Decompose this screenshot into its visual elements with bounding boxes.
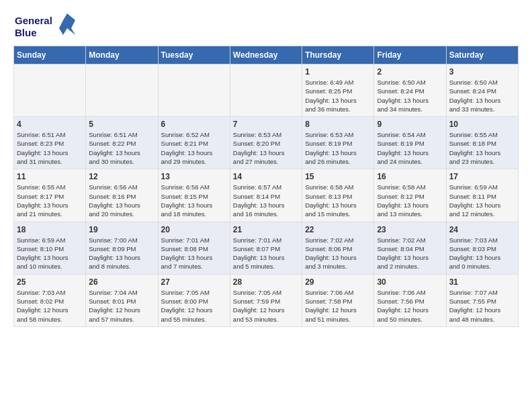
day-number: 30 bbox=[377, 277, 443, 287]
day-content: Sunrise: 6:51 AM Sunset: 8:22 PM Dayligh… bbox=[89, 130, 154, 166]
weekday-header-wednesday: Wednesday bbox=[230, 46, 302, 64]
day-number: 6 bbox=[161, 120, 227, 129]
day-content: Sunrise: 7:01 AM Sunset: 8:07 PM Dayligh… bbox=[233, 236, 299, 271]
day-number: 23 bbox=[377, 225, 443, 234]
day-number: 16 bbox=[377, 172, 443, 181]
weekday-header-monday: Monday bbox=[86, 46, 158, 64]
svg-marker-2 bbox=[59, 13, 75, 35]
day-number: 29 bbox=[305, 277, 371, 287]
calendar-cell bbox=[86, 64, 158, 117]
calendar-cell bbox=[230, 64, 302, 117]
calendar-body: 1Sunrise: 6:49 AM Sunset: 8:25 PM Daylig… bbox=[14, 64, 519, 327]
day-content: Sunrise: 6:56 AM Sunset: 8:15 PM Dayligh… bbox=[161, 183, 227, 218]
day-content: Sunrise: 7:02 AM Sunset: 8:06 PM Dayligh… bbox=[305, 236, 371, 271]
day-number: 28 bbox=[233, 277, 299, 287]
page-header: General Blue bbox=[13, 11, 519, 40]
day-number: 26 bbox=[89, 277, 154, 287]
day-content: Sunrise: 6:58 AM Sunset: 8:12 PM Dayligh… bbox=[377, 183, 443, 218]
calendar-cell: 30Sunrise: 7:06 AM Sunset: 7:56 PM Dayli… bbox=[374, 274, 446, 326]
day-content: Sunrise: 6:50 AM Sunset: 8:24 PM Dayligh… bbox=[377, 78, 443, 113]
calendar-cell: 9Sunrise: 6:54 AM Sunset: 8:19 PM Daylig… bbox=[374, 117, 446, 169]
calendar-cell: 6Sunrise: 6:52 AM Sunset: 8:21 PM Daylig… bbox=[158, 117, 230, 169]
day-content: Sunrise: 7:01 AM Sunset: 8:08 PM Dayligh… bbox=[161, 236, 227, 271]
day-content: Sunrise: 6:53 AM Sunset: 8:20 PM Dayligh… bbox=[233, 130, 299, 166]
calendar-week-2: 4Sunrise: 6:51 AM Sunset: 8:23 PM Daylig… bbox=[14, 117, 519, 169]
day-number: 21 bbox=[233, 225, 299, 234]
day-number: 31 bbox=[449, 277, 515, 287]
day-content: Sunrise: 6:55 AM Sunset: 8:17 PM Dayligh… bbox=[17, 183, 83, 218]
day-content: Sunrise: 6:53 AM Sunset: 8:19 PM Dayligh… bbox=[305, 130, 371, 166]
day-content: Sunrise: 7:04 AM Sunset: 8:01 PM Dayligh… bbox=[89, 288, 154, 324]
calendar-cell: 20Sunrise: 7:01 AM Sunset: 8:08 PM Dayli… bbox=[158, 222, 230, 274]
day-content: Sunrise: 6:49 AM Sunset: 8:25 PM Dayligh… bbox=[305, 78, 371, 113]
day-content: Sunrise: 7:03 AM Sunset: 8:03 PM Dayligh… bbox=[449, 236, 515, 271]
day-content: Sunrise: 6:51 AM Sunset: 8:23 PM Dayligh… bbox=[17, 130, 83, 166]
day-number: 17 bbox=[449, 172, 515, 181]
calendar-cell: 18Sunrise: 6:59 AM Sunset: 8:10 PM Dayli… bbox=[14, 222, 86, 274]
calendar-cell: 4Sunrise: 6:51 AM Sunset: 8:23 PM Daylig… bbox=[14, 117, 86, 169]
day-number: 12 bbox=[89, 172, 154, 181]
calendar-cell bbox=[158, 64, 230, 117]
calendar-week-3: 11Sunrise: 6:55 AM Sunset: 8:17 PM Dayli… bbox=[14, 169, 519, 222]
day-number: 25 bbox=[17, 277, 83, 287]
day-number: 3 bbox=[449, 67, 515, 77]
day-number: 27 bbox=[161, 277, 227, 287]
day-content: Sunrise: 7:02 AM Sunset: 8:04 PM Dayligh… bbox=[377, 236, 443, 271]
day-number: 15 bbox=[305, 172, 371, 181]
weekday-header-saturday: Saturday bbox=[446, 46, 518, 64]
calendar-cell: 23Sunrise: 7:02 AM Sunset: 8:04 PM Dayli… bbox=[374, 222, 446, 274]
day-content: Sunrise: 7:06 AM Sunset: 7:58 PM Dayligh… bbox=[305, 288, 371, 324]
day-content: Sunrise: 6:55 AM Sunset: 8:18 PM Dayligh… bbox=[449, 130, 515, 166]
calendar-cell: 2Sunrise: 6:50 AM Sunset: 8:24 PM Daylig… bbox=[374, 64, 446, 117]
calendar-cell: 28Sunrise: 7:05 AM Sunset: 7:59 PM Dayli… bbox=[230, 274, 302, 326]
calendar-cell: 1Sunrise: 6:49 AM Sunset: 8:25 PM Daylig… bbox=[302, 64, 374, 117]
day-content: Sunrise: 6:58 AM Sunset: 8:13 PM Dayligh… bbox=[305, 183, 371, 218]
calendar-week-5: 25Sunrise: 7:03 AM Sunset: 8:02 PM Dayli… bbox=[14, 274, 519, 326]
calendar-cell: 14Sunrise: 6:57 AM Sunset: 8:14 PM Dayli… bbox=[230, 169, 302, 222]
calendar-cell: 15Sunrise: 6:58 AM Sunset: 8:13 PM Dayli… bbox=[302, 169, 374, 222]
day-number: 22 bbox=[305, 225, 371, 234]
svg-text:Blue: Blue bbox=[15, 27, 37, 38]
calendar-cell: 3Sunrise: 6:50 AM Sunset: 8:24 PM Daylig… bbox=[446, 64, 518, 117]
calendar-cell: 13Sunrise: 6:56 AM Sunset: 8:15 PM Dayli… bbox=[158, 169, 230, 222]
day-number: 20 bbox=[161, 225, 227, 234]
weekday-header-row: SundayMondayTuesdayWednesdayThursdayFrid… bbox=[14, 46, 519, 64]
calendar-cell: 27Sunrise: 7:05 AM Sunset: 8:00 PM Dayli… bbox=[158, 274, 230, 326]
calendar-cell: 7Sunrise: 6:53 AM Sunset: 8:20 PM Daylig… bbox=[230, 117, 302, 169]
day-number: 13 bbox=[161, 172, 227, 181]
day-number: 14 bbox=[233, 172, 299, 181]
day-number: 10 bbox=[449, 120, 515, 129]
day-content: Sunrise: 6:57 AM Sunset: 8:14 PM Dayligh… bbox=[233, 183, 299, 218]
day-number: 24 bbox=[449, 225, 515, 234]
day-content: Sunrise: 7:00 AM Sunset: 8:09 PM Dayligh… bbox=[89, 236, 154, 271]
day-number: 2 bbox=[377, 67, 443, 77]
day-content: Sunrise: 6:54 AM Sunset: 8:19 PM Dayligh… bbox=[377, 130, 443, 166]
calendar-cell: 19Sunrise: 7:00 AM Sunset: 8:09 PM Dayli… bbox=[86, 222, 158, 274]
calendar-cell: 26Sunrise: 7:04 AM Sunset: 8:01 PM Dayli… bbox=[86, 274, 158, 326]
calendar-week-4: 18Sunrise: 6:59 AM Sunset: 8:10 PM Dayli… bbox=[14, 222, 519, 274]
weekday-header-thursday: Thursday bbox=[302, 46, 374, 64]
day-content: Sunrise: 6:59 AM Sunset: 8:10 PM Dayligh… bbox=[17, 236, 83, 271]
calendar-cell: 22Sunrise: 7:02 AM Sunset: 8:06 PM Dayli… bbox=[302, 222, 374, 274]
day-number: 4 bbox=[17, 120, 83, 129]
day-number: 11 bbox=[17, 172, 83, 181]
svg-text:General: General bbox=[15, 15, 52, 26]
calendar-cell: 11Sunrise: 6:55 AM Sunset: 8:17 PM Dayli… bbox=[14, 169, 86, 222]
calendar-cell: 16Sunrise: 6:58 AM Sunset: 8:12 PM Dayli… bbox=[374, 169, 446, 222]
logo: General Blue bbox=[13, 11, 86, 40]
day-number: 18 bbox=[17, 225, 83, 234]
calendar-cell: 5Sunrise: 6:51 AM Sunset: 8:22 PM Daylig… bbox=[86, 117, 158, 169]
calendar-table: SundayMondayTuesdayWednesdayThursdayFrid… bbox=[13, 46, 519, 327]
day-content: Sunrise: 7:07 AM Sunset: 7:55 PM Dayligh… bbox=[449, 288, 515, 324]
calendar-week-1: 1Sunrise: 6:49 AM Sunset: 8:25 PM Daylig… bbox=[14, 64, 519, 117]
calendar-cell: 21Sunrise: 7:01 AM Sunset: 8:07 PM Dayli… bbox=[230, 222, 302, 274]
day-content: Sunrise: 7:05 AM Sunset: 8:00 PM Dayligh… bbox=[161, 288, 227, 324]
day-number: 19 bbox=[89, 225, 154, 234]
weekday-header-sunday: Sunday bbox=[14, 46, 86, 64]
calendar-cell bbox=[14, 64, 86, 117]
day-number: 8 bbox=[305, 120, 371, 129]
calendar-cell: 24Sunrise: 7:03 AM Sunset: 8:03 PM Dayli… bbox=[446, 222, 518, 274]
calendar-cell: 31Sunrise: 7:07 AM Sunset: 7:55 PM Dayli… bbox=[446, 274, 518, 326]
calendar-cell: 17Sunrise: 6:59 AM Sunset: 8:11 PM Dayli… bbox=[446, 169, 518, 222]
day-content: Sunrise: 7:03 AM Sunset: 8:02 PM Dayligh… bbox=[17, 288, 83, 324]
